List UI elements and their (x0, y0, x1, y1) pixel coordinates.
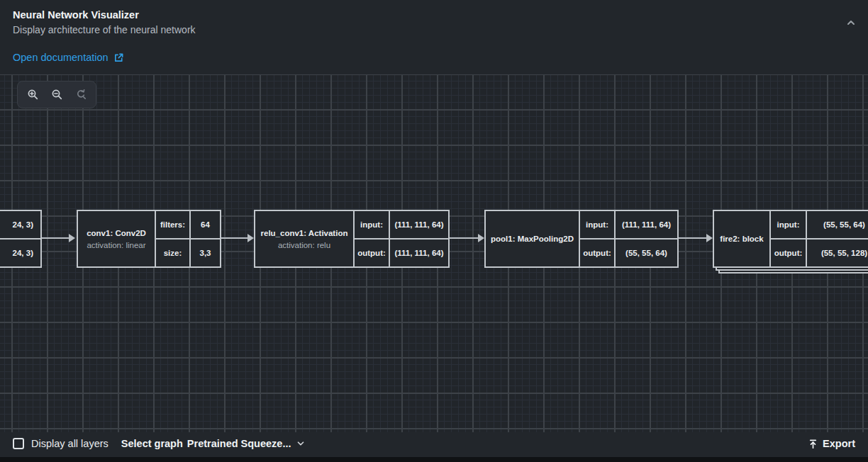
panel-header: Neural Network Visualizer Display archit… (0, 0, 868, 74)
chevron-up-icon (845, 17, 862, 28)
node-conv1[interactable]: conv1: Conv2D activation: linear filters… (77, 210, 221, 268)
param-key: output: (355, 240, 390, 266)
zoom-in-button[interactable] (22, 84, 43, 106)
graph-select-label: Select graph (121, 438, 183, 449)
param-key: input: (580, 211, 616, 238)
node-input-layer[interactable]: 24, 3) 24, 3) (0, 210, 42, 268)
graph-select-value: Pretrained Squeeze... (187, 438, 291, 449)
param-value: (55, 55, 64) (807, 211, 868, 238)
node-fire2[interactable]: fire2: block input: (55, 55, 64) output:… (713, 210, 868, 268)
zoom-out-button[interactable] (46, 84, 67, 106)
param-value: (55, 55, 128) (807, 240, 868, 266)
edge-arrow (221, 237, 247, 239)
node-activation: activation: linear (87, 241, 145, 249)
param-value: (111, 111, 64) (390, 211, 448, 238)
magnifier-plus-icon (27, 89, 39, 101)
node-shape-row: 24, 3) (0, 211, 40, 240)
export-button[interactable]: Export (808, 438, 855, 449)
page-subtitle: Display architecture of the neural netwo… (13, 24, 196, 35)
param-key: input: (771, 211, 807, 238)
node-activation: activation: relu (278, 241, 330, 249)
param-value: 64 (191, 211, 220, 238)
node-title: fire2: block (720, 235, 763, 243)
display-all-layers-label: Display all layers (31, 438, 108, 449)
node-relu-conv1[interactable]: relu_conv1: Activation activation: relu … (254, 210, 450, 268)
window-bottom-edge (0, 457, 868, 462)
zoom-toolbar (17, 81, 96, 108)
param-value: (55, 55, 64) (616, 240, 677, 266)
export-icon (808, 439, 818, 449)
node-title: relu_conv1: Activation (261, 229, 348, 237)
doc-link-label: Open documentation (13, 52, 108, 63)
node-shape-row: 24, 3) (0, 240, 40, 266)
param-value: 3,3 (191, 240, 220, 266)
zoom-reset-button[interactable] (70, 84, 91, 106)
graph-select-dropdown[interactable]: Select graph Pretrained Squeeze... (121, 438, 306, 449)
edge-arrow (679, 237, 706, 239)
edge-arrow (450, 237, 478, 239)
param-key: filters: (156, 211, 191, 238)
param-key: input: (355, 211, 390, 238)
neural-network-visualizer-panel: Neural Network Visualizer Display archit… (0, 0, 868, 462)
display-all-layers-checkbox[interactable] (13, 438, 24, 449)
param-key: output: (580, 240, 616, 266)
graph-canvas[interactable]: 24, 3) 24, 3) conv1: Conv2D activation: … (0, 74, 868, 432)
external-link-icon (113, 52, 124, 63)
magnifier-minus-icon (51, 89, 63, 101)
param-key: size: (156, 240, 191, 266)
open-documentation-link[interactable]: Open documentation (13, 52, 124, 63)
panel-footer: Display all layers Select graph Pretrain… (0, 430, 868, 457)
param-value: (111, 111, 64) (390, 240, 448, 266)
node-pool1[interactable]: pool1: MaxPooling2D input: (111, 111, 64… (484, 210, 679, 268)
chevron-down-icon (296, 439, 306, 449)
param-value: (111, 111, 64) (616, 211, 677, 238)
magnifier-reset-icon (75, 89, 87, 101)
collapse-panel-button[interactable] (845, 14, 862, 31)
node-title: pool1: MaxPooling2D (491, 235, 574, 243)
param-key: output: (771, 240, 807, 266)
page-title: Neural Network Visualizer (13, 9, 139, 21)
node-title: conv1: Conv2D (87, 229, 146, 237)
export-label: Export (823, 438, 855, 449)
edge-arrow (42, 237, 69, 239)
